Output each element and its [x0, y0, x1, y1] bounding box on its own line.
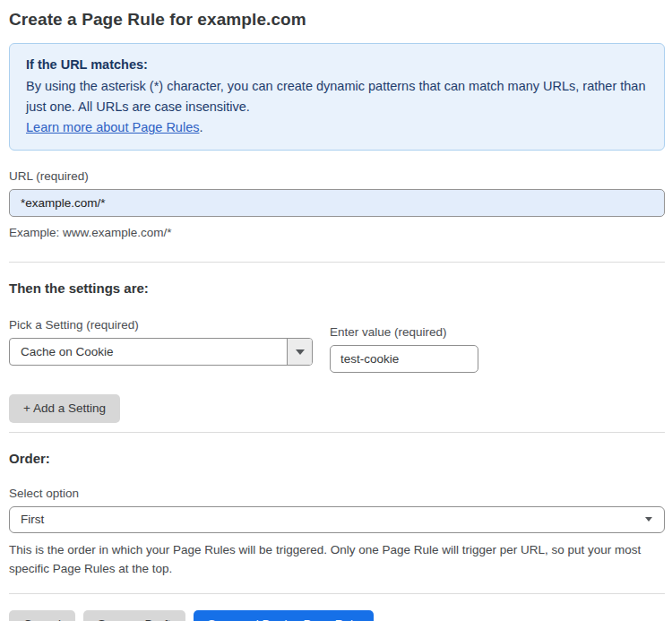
url-field-label: URL (required)	[9, 169, 665, 183]
url-input[interactable]	[9, 189, 665, 217]
divider	[9, 262, 665, 263]
chevron-down-icon	[296, 349, 305, 355]
add-setting-button[interactable]: + Add a Setting	[9, 394, 120, 423]
order-select[interactable]: First	[9, 506, 665, 533]
info-box-body: By using the asterisk (*) character, you…	[26, 76, 648, 117]
chevron-down-icon	[645, 517, 652, 522]
save-and-deploy-button[interactable]: Save and Deploy Page Rule	[194, 610, 375, 621]
settings-row: Pick a Setting (required) Cache on Cooki…	[9, 318, 665, 373]
setting-value-input[interactable]	[330, 345, 478, 373]
value-column: Enter value (required)	[330, 325, 478, 373]
order-helper-text: This is the order in which your Page Rul…	[9, 540, 654, 578]
info-box-link-line: Learn more about Page Rules.	[26, 117, 648, 138]
page-title: Create a Page Rule for example.com	[9, 10, 665, 30]
order-section-heading: Order:	[9, 451, 665, 466]
setting-select[interactable]: Cache on Cookie	[9, 338, 313, 366]
setting-select-label: Pick a Setting (required)	[9, 318, 313, 332]
link-suffix: .	[199, 120, 202, 134]
setting-select-arrow-button[interactable]	[287, 339, 312, 365]
value-field-label: Enter value (required)	[330, 325, 478, 339]
save-as-draft-button[interactable]: Save as Draft	[83, 610, 185, 621]
divider	[9, 432, 665, 433]
cancel-button[interactable]: Cancel	[9, 610, 75, 621]
divider	[9, 593, 665, 594]
setting-select-value: Cache on Cookie	[10, 339, 287, 365]
settings-section-heading: Then the settings are:	[9, 280, 665, 296]
setting-column: Pick a Setting (required) Cache on Cooki…	[9, 318, 313, 366]
url-field-helper: Example: www.example.com/*	[9, 223, 665, 242]
url-match-info-box: If the URL matches: By using the asteris…	[9, 43, 665, 151]
footer-actions: Cancel Save as Draft Save and Deploy Pag…	[9, 610, 665, 621]
learn-more-link[interactable]: Learn more about Page Rules	[26, 120, 199, 134]
order-select-value: First	[10, 507, 664, 532]
order-select-label: Select option	[9, 487, 665, 500]
info-box-heading: If the URL matches:	[26, 55, 648, 75]
page-rule-form: Create a Page Rule for example.com If th…	[0, 0, 672, 621]
